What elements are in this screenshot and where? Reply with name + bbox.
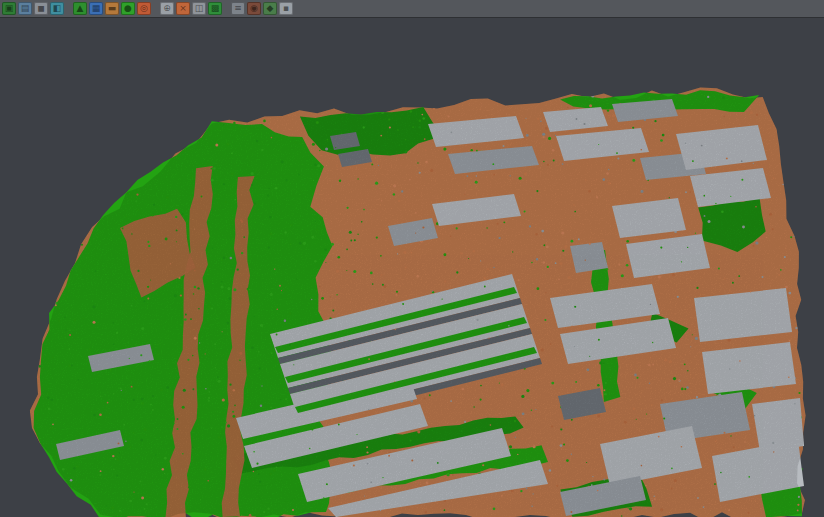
delete-selection-button[interactable]: × [176,2,190,15]
grid-view-button[interactable]: ▩ [208,2,222,15]
import-cloud-icon: ◧ [53,4,62,13]
terrain-model-button[interactable]: ▲ [73,2,87,15]
screenshot-button[interactable]: ◉ [247,2,261,15]
settings-icon: ⊕ [163,4,171,13]
open-project-icon: ▤ [21,4,30,13]
import-cloud-button[interactable]: ◧ [50,2,64,15]
grid-view-icon: ▩ [211,4,220,13]
settings-button[interactable]: ⊕ [160,2,174,15]
save-project-button[interactable]: ◼ [34,2,48,15]
save-project-icon: ◼ [37,4,44,13]
open-project-button[interactable]: ▤ [18,2,32,15]
target-center-button[interactable]: ◎ [137,2,151,15]
delete-selection-icon: × [179,4,187,13]
layers-button[interactable]: ≡ [231,2,245,15]
vegetation-classify-button[interactable]: ● [121,2,135,15]
vegetation-classify-icon: ● [124,4,132,13]
help-button[interactable]: ▪ [279,2,293,15]
toolbar: ▣▤◼◧▲▦▬●◎⊕×◫▩≡◉◆▪ [0,0,824,18]
measure-distance-button[interactable]: ◫ [192,2,206,15]
render-3d-icon: ◆ [267,4,274,13]
new-project-button[interactable]: ▣ [2,2,16,15]
grain-overlay [0,18,824,517]
orthophoto-icon: ▦ [92,4,101,13]
app-window: ▣▤◼◧▲▦▬●◎⊕×◫▩≡◉◆▪ [0,0,824,517]
terrain-model-icon: ▲ [77,4,84,13]
render-3d-button[interactable]: ◆ [263,2,277,15]
layers-icon: ≡ [234,4,242,13]
scene-3d[interactable] [0,18,824,517]
new-project-icon: ▣ [5,4,14,13]
ground-classify-icon: ▬ [108,4,117,13]
screenshot-icon: ◉ [250,4,258,13]
viewport [0,18,824,517]
measure-distance-icon: ◫ [195,4,204,13]
help-icon: ▪ [283,4,289,13]
target-center-icon: ◎ [140,4,148,13]
ground-classify-button[interactable]: ▬ [105,2,119,15]
orthophoto-button[interactable]: ▦ [89,2,103,15]
